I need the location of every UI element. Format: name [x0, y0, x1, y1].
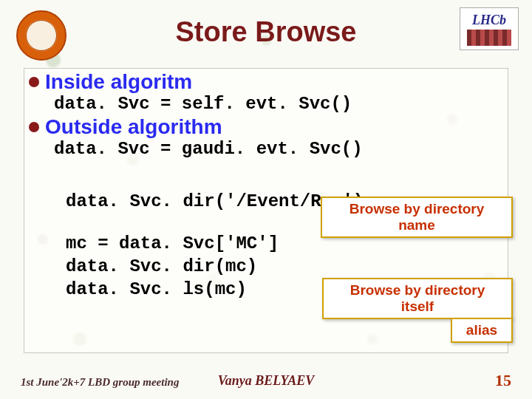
bullet-inside-label: Inside algoritm [45, 70, 192, 94]
note-browse-by-name: Browse by directory name [321, 197, 513, 238]
note-alias: alias [451, 318, 513, 343]
example-line-3: data. Svc. dir(mc) [24, 256, 508, 276]
bullet-inside: Inside algoritm [24, 70, 508, 94]
code-inside: data. Svc = self. evt. Svc() [24, 94, 508, 114]
slide: LHCb Store Browse Inside algoritm data. … [0, 0, 532, 399]
code-outside: data. Svc = gaudi. evt. Svc() [24, 139, 508, 159]
bullet-outside: Outside algorithm [24, 115, 508, 139]
bullet-icon [29, 77, 39, 87]
slide-title: Store Browse [0, 16, 532, 48]
footer-left: 1st June'2k+7 LBD group meeting [21, 376, 179, 389]
note-browse-by-itself: Browse by directory itself [322, 278, 513, 319]
page-number: 15 [495, 371, 511, 390]
bullet-outside-label: Outside algorithm [45, 115, 222, 139]
bullet-icon [29, 122, 39, 132]
